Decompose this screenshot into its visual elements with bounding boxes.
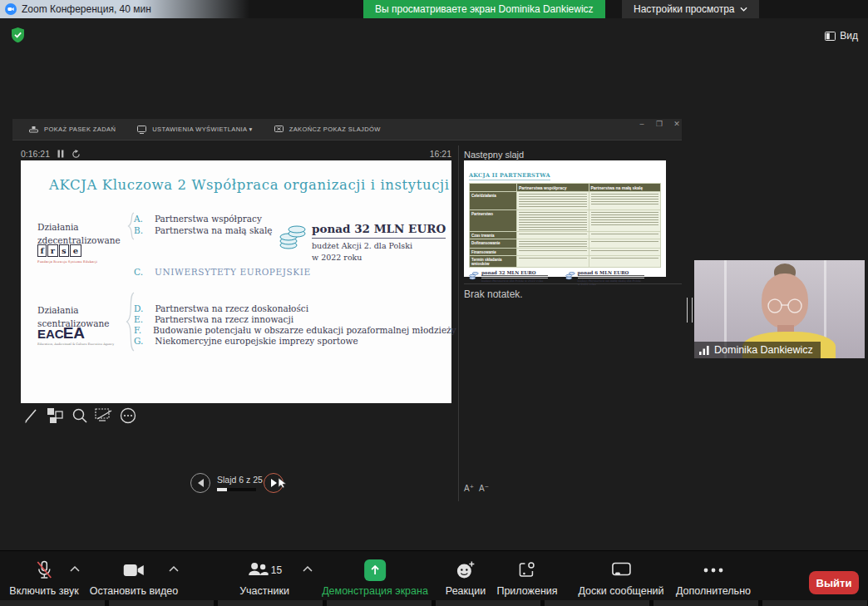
viewing-screen-banner: Вы просматриваете экран Dominika Dankiew… <box>363 0 605 18</box>
pen-tool-icon[interactable] <box>23 407 38 424</box>
view-button[interactable]: Вид <box>821 28 861 43</box>
black-screen-tool-icon[interactable] <box>95 407 113 424</box>
unmute-button[interactable]: Включить звук <box>9 559 78 597</box>
slide-counter: Slajd 6 z 25 <box>217 475 263 485</box>
camera-icon <box>123 563 145 578</box>
participants-button[interactable]: 15 Участники <box>239 559 289 597</box>
security-shield-icon[interactable] <box>10 27 26 47</box>
video-panel-drag-handle[interactable] <box>687 298 693 323</box>
restart-timer-icon[interactable] <box>72 150 81 159</box>
window-title-bar: Zoom Конференция, 40 мин Вы просматривае… <box>0 0 868 18</box>
thumbnail-text-lines <box>519 241 587 247</box>
eacea-logo: EACEA <box>37 325 85 341</box>
chevron-down-icon <box>740 7 747 12</box>
window-title: Zoom Конференция, 40 мин <box>22 3 151 15</box>
thumbnail-text-lines <box>519 250 587 253</box>
next-slide-header: Następny slajd <box>464 150 524 160</box>
restore-button[interactable]: ❐ <box>654 120 664 128</box>
participants-options-chevron[interactable] <box>303 566 313 572</box>
previous-slide-button[interactable] <box>190 473 210 493</box>
display-settings-icon <box>137 126 146 134</box>
stop-video-button[interactable]: Остановить видео <box>90 559 179 597</box>
display-settings-button[interactable]: USTAWIENIA WYŚWIETLANIA ▾ <box>137 126 252 134</box>
thumbnail-text-lines <box>519 258 587 260</box>
view-layout-icon <box>825 32 836 41</box>
notes-font-decrease-button[interactable]: A⁻ <box>479 484 489 493</box>
glasses-detail <box>766 298 806 313</box>
thumbnail-text-lines <box>519 194 587 209</box>
budget-amount: ponad 32 MLN EURO <box>312 222 446 239</box>
slide-item: B. Partnerstwa na małą skalę <box>134 225 273 235</box>
slide-item: C. UNIWERSYTETY EUROPEJSKIE <box>134 267 311 277</box>
zoom-tool-icon[interactable] <box>72 407 88 424</box>
microphone-muted-icon <box>35 560 53 580</box>
share-screen-button[interactable]: Демонстрация экрана <box>322 559 428 597</box>
participant-video-tile[interactable]: Dominika Dankiewicz <box>694 260 865 358</box>
coins-icon <box>279 224 307 250</box>
eacea-logo-caption: Education, Audiovisual & Culture Executi… <box>37 342 114 347</box>
previous-arrow-icon <box>198 479 204 487</box>
thumbnail-text-lines <box>519 212 587 230</box>
end-show-icon <box>274 126 284 134</box>
thumbnail-text-lines <box>591 194 659 205</box>
participants-icon <box>247 561 269 579</box>
slide-item: D. Partnerstwa na rzecz doskonałości <box>134 303 308 313</box>
budget-callout: ponad 32 MLN EURO budżet Akcji 2. dla Po… <box>312 222 446 262</box>
slide-sorter-icon[interactable] <box>47 407 63 424</box>
more-button[interactable]: Дополнительно <box>676 559 751 597</box>
coins-icon <box>565 270 575 280</box>
taskbar-sliver <box>0 600 868 606</box>
end-slideshow-button[interactable]: ZAKOŃCZ POKAZ SLAJDÓW <box>274 126 381 134</box>
share-screen-icon <box>364 559 386 581</box>
thumbnail-text-lines <box>519 234 587 236</box>
presenter-toolbar: POKAŻ PASEK ZADAŃ USTAWIENIA WYŚWIETLANI… <box>12 119 682 140</box>
thumbnail-text-lines <box>591 212 659 227</box>
taskbar-icon <box>29 126 38 134</box>
minimize-button[interactable]: – <box>637 120 647 128</box>
next-arrow-icon <box>271 479 277 487</box>
thumbnail-text-lines <box>591 258 659 260</box>
panel-divider <box>458 145 459 501</box>
whiteboard-icon <box>611 562 631 579</box>
video-options-chevron[interactable] <box>169 566 179 572</box>
whiteboards-button[interactable]: Доски сообщений <box>578 559 663 597</box>
show-taskbar-button[interactable]: POKAŻ PASEK ZADAŃ <box>29 126 116 134</box>
mouse-cursor-icon <box>278 477 288 489</box>
more-dots-icon <box>703 567 724 574</box>
slide-item: A. Partnerstwa współpracy <box>134 214 262 224</box>
budget-line1: budżet Akcji 2. dla Polski <box>312 241 446 250</box>
group-label-decentralized: Działania zdecentralizowane <box>37 220 133 248</box>
view-settings-label: Настройки просмотра <box>634 3 735 15</box>
thumbnail-text-lines <box>591 241 659 244</box>
budget-line2: w 2022 roku <box>312 253 446 262</box>
thumbnail-budgets: ponad 32 MLN EURO budżet Partnerstw dla … <box>469 270 661 287</box>
frse-logo-caption: Fundacja Rozwoju Systemu Edukacji <box>37 260 97 264</box>
thumbnail-text-lines <box>591 250 659 253</box>
thumbnail-table: Partnerstwa współpracy Partnerstwa na ma… <box>469 183 661 268</box>
meeting-controls-bar: Включить звук Остановить видео 15 Участн… <box>0 550 868 601</box>
slide-title: AKCJA Kluczowa 2 Współpraca organizacji … <box>49 177 450 193</box>
participant-name: Dominika Dankiewicz <box>714 344 813 356</box>
reactions-button[interactable]: Реакции <box>446 559 486 597</box>
audio-options-chevron[interactable] <box>70 566 80 572</box>
presentation-timer-row: 0:16:21 <box>21 149 81 159</box>
pause-timer-icon[interactable] <box>57 150 64 158</box>
apps-icon <box>518 561 536 579</box>
zoom-logo-icon <box>5 3 17 15</box>
leave-meeting-button[interactable]: Выйти <box>809 571 859 594</box>
notes-placeholder: Brak notatek. <box>464 288 523 300</box>
view-settings-dropdown[interactable]: Настройки просмотра <box>622 0 759 18</box>
window-title-pill: Zoom Конференция, 40 мин <box>0 0 249 18</box>
close-button[interactable]: ✕ <box>672 120 682 128</box>
notes-divider <box>464 283 682 284</box>
frse-logo: frse <box>37 244 81 257</box>
audio-level-icon <box>699 345 710 355</box>
notes-font-increase-button[interactable]: A⁺ <box>464 484 474 493</box>
slide-item: F. Budowanie potencjału w obszarze eduka… <box>134 325 456 335</box>
elapsed-timer: 0:16:21 <box>21 149 50 159</box>
participant-nameplate: Dominika Dankiewicz <box>694 342 821 358</box>
current-slide: AKCJA Kluczowa 2 Współpraca organizacji … <box>21 160 451 403</box>
more-tools-icon[interactable] <box>120 407 136 424</box>
slide-progress-bar <box>217 488 256 491</box>
apps-button[interactable]: Приложения <box>496 559 557 597</box>
